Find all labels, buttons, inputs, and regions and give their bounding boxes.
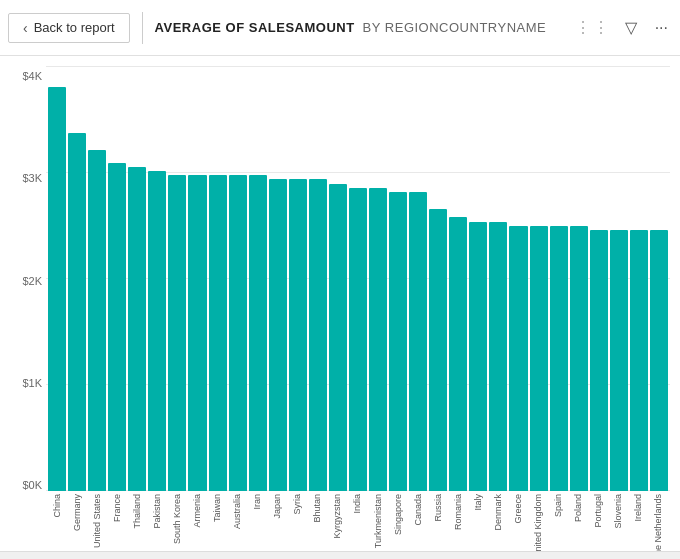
bar-col[interactable] [289,70,307,491]
bar-col[interactable] [429,70,447,491]
bar [650,230,668,491]
x-axis-label: Singapore [394,494,403,535]
bar-col[interactable] [188,70,206,491]
bar [489,222,507,491]
x-axis-label: Taiwan [213,494,222,522]
bar [88,150,106,491]
bar-col[interactable] [269,70,287,491]
x-label-col: Russia [429,491,447,551]
bars-container: ChinaGermanyUnited StatesFranceThailandP… [46,66,670,551]
x-axis-label: United States [93,494,102,548]
drag-handle-icon[interactable]: ⋮⋮ [575,18,611,37]
bar-col[interactable] [88,70,106,491]
x-label-col: China [48,491,66,551]
bar-col[interactable] [509,70,527,491]
y-axis-label: $4K [10,70,46,82]
bar-col[interactable] [590,70,608,491]
bar-col[interactable] [469,70,487,491]
x-axis-label: Ireland [634,494,643,522]
bar [630,230,648,491]
bar [349,188,367,491]
x-label-col: Thailand [128,491,146,551]
bar-col[interactable] [389,70,407,491]
bar [229,175,247,491]
filter-button[interactable]: ▽ [621,16,641,39]
bar-col[interactable] [209,70,227,491]
bar-col[interactable] [128,70,146,491]
main-container: ‹ Back to report AVERAGE OF SALESAMOUNT … [0,0,680,559]
x-axis-label: Russia [434,494,443,522]
x-axis-label: Romania [454,494,463,530]
x-axis-label: Canada [414,494,423,526]
x-label-col: Japan [269,491,287,551]
x-label-col: Canada [409,491,427,551]
x-label-col: Pakistan [148,491,166,551]
scrollbar[interactable] [0,551,680,559]
bar-col[interactable] [550,70,568,491]
bar-col[interactable] [489,70,507,491]
bar-col[interactable] [570,70,588,491]
chevron-left-icon: ‹ [23,20,28,36]
x-axis-label: Bhutan [313,494,322,523]
chart-title-area: AVERAGE OF SALESAMOUNT BY REGIONCOUNTRYN… [155,20,547,35]
x-label-col: Turkmenistan [369,491,387,551]
chart-area: $0K$1K$2K$3K$4K ChinaGermanyUnited State… [0,56,680,551]
bar-col[interactable] [409,70,427,491]
top-bar-left: ‹ Back to report AVERAGE OF SALESAMOUNT … [8,12,546,44]
bar-col[interactable] [530,70,548,491]
bar-col[interactable] [650,70,668,491]
x-label-col: Iran [249,491,267,551]
x-label-col: Romania [449,491,467,551]
header-divider [142,12,143,44]
x-label-col: Singapore [389,491,407,551]
bar [369,188,387,491]
back-label: Back to report [34,20,115,35]
x-label-col: Australia [229,491,247,551]
bar [48,87,66,491]
bar [550,226,568,491]
top-bar-right: ⋮⋮ ▽ ··· [575,16,672,39]
x-axis-label: Denmark [494,494,503,531]
bar-col[interactable] [309,70,327,491]
x-label-col: Ireland [630,491,648,551]
bar [429,209,447,491]
x-axis-label: Poland [574,494,583,522]
x-axis-label: Iran [253,494,262,510]
x-label-col: United States [88,491,106,551]
bar [108,163,126,491]
x-axis-label: Pakistan [153,494,162,529]
bar-col[interactable] [229,70,247,491]
bar-col[interactable] [148,70,166,491]
x-label-col: Portugal [590,491,608,551]
bar-col[interactable] [68,70,86,491]
x-axis-label: Syria [293,494,302,515]
x-label-col: Slovenia [610,491,628,551]
bar-col[interactable] [48,70,66,491]
bar [469,222,487,491]
x-axis-label: the Netherlands [654,494,663,551]
bar-col[interactable] [369,70,387,491]
x-label-col: South Korea [168,491,186,551]
bar [449,217,467,491]
bar-col[interactable] [168,70,186,491]
bar-col[interactable] [630,70,648,491]
bar [409,192,427,491]
bar-col[interactable] [329,70,347,491]
x-label-col: Spain [550,491,568,551]
chart-title-measure: AVERAGE OF SALESAMOUNT [155,20,355,35]
top-bar: ‹ Back to report AVERAGE OF SALESAMOUNT … [0,0,680,56]
bar-col[interactable] [108,70,126,491]
x-label-col: France [108,491,126,551]
bar-col[interactable] [349,70,367,491]
x-axis-label: Italy [474,494,483,511]
bar [389,192,407,491]
bar-col[interactable] [249,70,267,491]
bar [68,133,86,491]
bar-col[interactable] [610,70,628,491]
back-to-report-button[interactable]: ‹ Back to report [8,13,130,43]
bar-col[interactable] [449,70,467,491]
x-label-col: India [349,491,367,551]
bar [570,226,588,491]
more-options-button[interactable]: ··· [651,17,672,39]
y-axis-label: $1K [10,377,46,389]
